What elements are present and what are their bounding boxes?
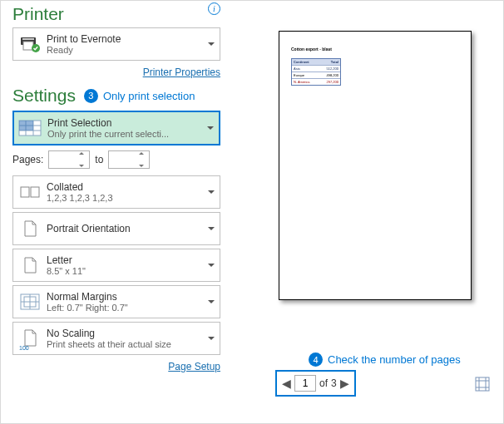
chevron-down-icon [208, 337, 215, 340]
table-header-cell: Continent [292, 59, 316, 65]
callout-4-number: 4 [309, 353, 323, 367]
pages-to-input[interactable] [108, 150, 150, 169]
orientation-title: Portrait Orientation [47, 223, 216, 234]
svg-rect-10 [21, 187, 29, 197]
collated-sub: 1,2,3 1,2,3 1,2,3 [47, 193, 216, 203]
spinner-up-icon[interactable] [139, 152, 144, 155]
callout-3: 3 Only print selection [84, 89, 195, 103]
page-number-input[interactable] [294, 375, 316, 392]
printer-heading-text: Printer [12, 4, 64, 23]
collated-select[interactable]: Collated 1,2,3 1,2,3 1,2,3 [12, 175, 220, 209]
callout-3-number: 3 [84, 89, 98, 103]
table-cell: N. America [292, 79, 316, 85]
show-margins-button[interactable] [475, 377, 490, 392]
scaling-select[interactable]: 100 No Scaling Print sheets at their act… [12, 322, 220, 355]
callout-4: 4 Check the number of pages [309, 353, 461, 367]
pages-from-input[interactable] [48, 150, 90, 169]
orientation-select[interactable]: Portrait Orientation [12, 212, 220, 245]
svg-rect-9 [19, 121, 33, 131]
margins-sub: Left: 0.7" Right: 0.7" [47, 303, 216, 313]
spinner-down-icon[interactable] [79, 165, 84, 167]
printer-icon [17, 32, 43, 57]
svg-rect-16 [476, 377, 489, 391]
chevron-down-icon [208, 42, 215, 46]
table-cell: Asia [292, 66, 316, 71]
printer-heading: Printer i [12, 4, 220, 24]
table-row: Continent Total [292, 59, 340, 66]
page-setup-link[interactable]: Page Setup [168, 361, 220, 372]
callout-4-text: Check the number of pages [328, 353, 461, 366]
chevron-down-icon [207, 126, 214, 130]
chevron-down-icon [208, 190, 215, 194]
scaling-sub: Print sheets at their actual size [47, 339, 216, 349]
print-selection-icon [17, 116, 44, 141]
chevron-down-icon [208, 300, 215, 303]
paper-sub: 8.5" x 11" [47, 266, 216, 276]
page-navigation: ◀ of 3 ▶ [275, 370, 356, 397]
margins-title: Normal Margins [47, 291, 216, 303]
collated-title: Collated [47, 181, 216, 193]
margins-select[interactable]: Normal Margins Left: 0.7" Right: 0.7" [12, 285, 220, 318]
pages-to-label: to [95, 154, 103, 165]
page-total: 3 [331, 377, 337, 389]
paper-title: Letter [47, 254, 216, 266]
prev-page-icon[interactable]: ◀ [282, 377, 291, 390]
svg-rect-1 [22, 38, 34, 40]
table-header-cell: Total [316, 59, 340, 65]
pages-row: Pages: to [12, 150, 220, 169]
chevron-down-icon [208, 227, 215, 230]
info-icon[interactable]: i [208, 2, 220, 15]
table-row: Asia 512,200 [292, 66, 340, 72]
next-page-icon[interactable]: ▶ [340, 377, 349, 390]
printer-select[interactable]: Print to Evernote Ready [12, 27, 220, 61]
table-cell: 512,200 [316, 66, 340, 71]
scaling-title: No Scaling [47, 328, 216, 339]
pages-label: Pages: [12, 154, 43, 165]
table-cell: 297,200 [316, 79, 340, 85]
letter-icon [17, 253, 43, 278]
spinner-down-icon[interactable] [139, 165, 144, 167]
print-area-sub: Only print the current selecti... [47, 129, 215, 139]
print-area-select[interactable]: Print Selection Only print the current s… [12, 111, 220, 145]
preview-doc-title: Cotton export - blast [291, 47, 471, 52]
scaling-icon: 100 [17, 326, 43, 351]
table-cell: 498,200 [316, 72, 340, 78]
table-row: N. America 297,200 [292, 79, 340, 85]
collated-icon [17, 180, 43, 205]
table-row: Europe 498,200 [292, 72, 340, 79]
page-of-label: of [319, 377, 328, 389]
scaling-badge: 100 [19, 345, 29, 351]
margins-icon [17, 289, 43, 314]
paper-size-select[interactable]: Letter 8.5" x 11" [12, 249, 220, 282]
printer-name: Print to Evernote [47, 33, 216, 45]
preview-table: Continent Total Asia 512,200 Europe 498,… [291, 58, 341, 86]
table-cell: Europe [292, 72, 316, 78]
chevron-down-icon [208, 264, 215, 267]
printer-properties-link[interactable]: Printer Properties [143, 67, 220, 78]
printer-status: Ready [47, 45, 216, 55]
spinner-up-icon[interactable] [79, 152, 84, 155]
print-area-title: Print Selection [47, 117, 215, 129]
print-preview-page: Cotton export - blast Continent Total As… [279, 31, 472, 300]
portrait-icon [17, 216, 43, 241]
callout-3-text: Only print selection [103, 90, 195, 102]
svg-rect-11 [31, 187, 39, 197]
settings-heading: Settings [12, 86, 76, 106]
